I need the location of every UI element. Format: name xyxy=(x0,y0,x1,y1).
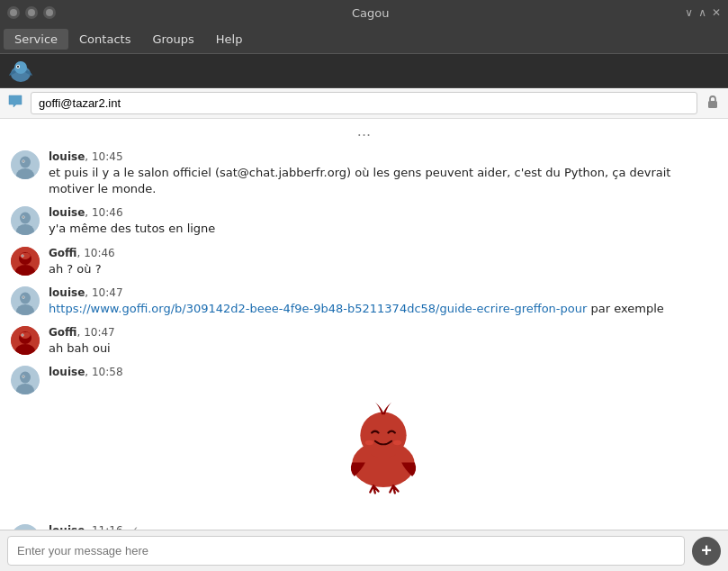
svg-point-17 xyxy=(22,217,24,219)
svg-point-34 xyxy=(20,372,31,384)
message-time: 10:58 xyxy=(92,366,123,378)
menu-help[interactable]: Help xyxy=(205,29,254,50)
window-minimize-button[interactable] xyxy=(7,6,20,19)
cagou-emoji-container xyxy=(49,380,717,515)
message-header: louise, 10:45 xyxy=(49,150,717,163)
titlebar-right-controls: ∨ ∧ ✕ xyxy=(685,6,721,19)
message-text: ah ? où ? xyxy=(49,261,717,277)
svg-point-39 xyxy=(360,412,406,458)
avatar xyxy=(11,150,40,179)
messages-area: louise, 10:45 et puis il y a le salon of… xyxy=(0,143,728,530)
titlebar: Cagou ∨ ∧ ✕ xyxy=(0,0,728,25)
svg-point-24 xyxy=(20,292,31,304)
sender-name: louise xyxy=(49,206,85,219)
message-text: et puis il y a le salon officiel (sat@ch… xyxy=(49,165,717,197)
svg-point-2 xyxy=(46,9,53,16)
message-link[interactable]: https://www.goffi.org/b/309142d2-beee-4f… xyxy=(49,302,587,315)
sender-name: louise xyxy=(49,366,85,378)
avatar xyxy=(11,206,40,235)
table-row: louise, 10:47 https://www.goffi.org/b/30… xyxy=(11,286,717,317)
after-link-text: par exemple xyxy=(587,302,663,315)
sender-name: Goffi xyxy=(49,247,76,259)
cagou-emoji xyxy=(334,398,433,497)
avatar xyxy=(11,326,40,355)
table-row: louise, 10:46 y'a même des tutos en lign… xyxy=(11,206,717,237)
menu-service[interactable]: Service xyxy=(4,29,68,50)
svg-point-32 xyxy=(22,334,23,336)
message-header: louise, 10:47 xyxy=(49,286,717,299)
message-header: Goffi, 10:47 xyxy=(49,326,717,339)
table-row: louise, 10:45 et puis il y a le salon of… xyxy=(11,150,717,197)
svg-point-1 xyxy=(28,9,35,16)
menu-contacts[interactable]: Contacts xyxy=(68,29,141,50)
message-content: louise, 10:45 et puis il y a le salon of… xyxy=(49,150,717,197)
message-header: louise, 10:46 xyxy=(49,206,717,219)
avatar xyxy=(11,366,40,394)
message-content: louise, 10:58 xyxy=(49,366,717,515)
app-logo xyxy=(7,58,34,85)
contact-input[interactable] xyxy=(31,92,697,114)
message-time: 10:46 xyxy=(84,247,115,259)
message-header: Goffi, 10:46 xyxy=(49,247,717,259)
lock-icon[interactable] xyxy=(705,94,721,113)
contact-bar xyxy=(0,88,728,119)
chat-container: ... louise, 10:45 et puis il y a le salo… xyxy=(0,88,728,571)
table-row: Goffi, 10:47 ah bah oui xyxy=(11,326,717,357)
message-time: 10:47 xyxy=(84,326,115,339)
svg-point-37 xyxy=(22,376,24,377)
svg-point-0 xyxy=(10,9,17,16)
message-time: 10:47 xyxy=(92,286,123,299)
window-controls xyxy=(7,6,56,19)
message-text: y'a même des tutos en ligne xyxy=(49,221,717,237)
menu-groups[interactable]: Groups xyxy=(141,29,204,50)
svg-point-6 xyxy=(17,66,19,68)
svg-rect-7 xyxy=(708,101,717,108)
message-content: Goffi, 10:47 ah bah oui xyxy=(49,326,717,357)
message-text: ah bah oui xyxy=(49,340,717,357)
svg-point-27 xyxy=(22,296,24,298)
table-row: Goffi, 10:46 ah ? où ? xyxy=(11,247,717,277)
window-maximize-button[interactable] xyxy=(43,6,56,19)
loading-dots: ... xyxy=(0,119,728,143)
svg-point-14 xyxy=(20,213,31,224)
input-bar: + xyxy=(0,530,728,571)
message-content: louise, 10:47 https://www.goffi.org/b/30… xyxy=(49,286,717,317)
titlebar-up-arrow[interactable]: ∧ xyxy=(698,6,706,19)
svg-point-4 xyxy=(14,61,27,74)
avatar xyxy=(11,286,40,315)
svg-point-40 xyxy=(364,440,373,446)
message-text-link: https://www.goffi.org/b/309142d2-beee-4f… xyxy=(49,301,717,317)
titlebar-down-arrow[interactable]: ∨ xyxy=(685,6,693,19)
sender-name: louise xyxy=(49,150,85,163)
svg-point-22 xyxy=(22,255,23,257)
titlebar-close-arrow[interactable]: ✕ xyxy=(712,6,721,19)
sender-name: louise xyxy=(49,286,85,299)
window-title: Cagou xyxy=(63,6,678,20)
svg-point-41 xyxy=(393,440,401,446)
chat-icon xyxy=(7,94,23,113)
message-input[interactable] xyxy=(7,536,685,566)
message-time: 10:45 xyxy=(92,150,123,163)
message-content: Goffi, 10:46 ah ? où ? xyxy=(49,247,717,277)
appbar xyxy=(0,54,728,88)
table-row: louise, 10:58 xyxy=(11,366,717,515)
menubar: Service Contacts Groups Help xyxy=(0,25,728,54)
message-time: 10:46 xyxy=(92,206,123,219)
window-close-button[interactable] xyxy=(25,6,38,19)
avatar xyxy=(11,247,40,276)
svg-point-9 xyxy=(20,157,31,168)
send-button[interactable]: + xyxy=(692,537,721,566)
sender-name: Goffi xyxy=(49,326,76,339)
message-content: louise, 10:46 y'a même des tutos en lign… xyxy=(49,206,717,237)
svg-point-12 xyxy=(22,160,24,162)
message-header: louise, 10:58 xyxy=(49,366,717,378)
